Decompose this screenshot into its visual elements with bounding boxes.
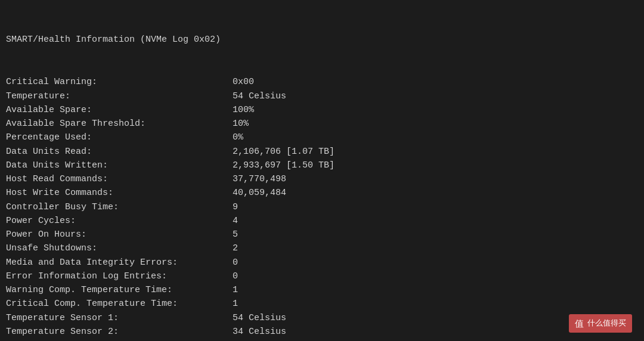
row-value: 2: [233, 241, 238, 255]
row-value: 4: [233, 214, 238, 228]
row-value: 37,770,498: [233, 172, 286, 186]
row-label: Percentage Used:: [6, 131, 233, 144]
section-title: SMART/Health Information (NVMe Log 0x02): [6, 33, 638, 46]
row-label: Critical Comp. Temperature Time:: [6, 297, 233, 311]
row-label: Temperature Sensor 2:: [6, 325, 233, 339]
table-row: Power On Hours:5: [6, 228, 638, 241]
table-row: Temperature Sensor 1:54 Celsius: [6, 311, 638, 325]
row-value: 9: [233, 200, 238, 214]
row-label: Available Spare:: [6, 103, 233, 117]
table-row: Data Units Written:2,933,697 [1.50 TB]: [6, 159, 638, 172]
row-value: 40,059,484: [233, 186, 286, 200]
row-value: 10%: [233, 117, 249, 131]
row-label: Data Units Written:: [6, 159, 233, 172]
row-label: Error Information Log Entries:: [6, 269, 233, 283]
row-label: Host Write Commands:: [6, 186, 233, 200]
table-row: Warning Comp. Temperature Time:1: [6, 283, 638, 297]
row-value: 1: [233, 283, 238, 297]
table-row: Controller Busy Time:9: [6, 200, 638, 214]
row-value: 1: [233, 297, 238, 311]
watermark-text: 什么值得买: [587, 317, 626, 329]
table-row: Power Cycles:4: [6, 214, 638, 228]
row-value: 34 Celsius: [233, 325, 286, 339]
row-label: Temperature Sensor 1:: [6, 311, 233, 325]
row-label: Controller Busy Time:: [6, 200, 233, 214]
row-value: 2,933,697 [1.50 TB]: [233, 159, 335, 172]
table-row: Available Spare:100%: [6, 103, 638, 117]
table-row: Temperature:54 Celsius: [6, 89, 638, 103]
table-row: Critical Comp. Temperature Time:1: [6, 297, 638, 311]
table-row: Critical Warning:0x00: [6, 75, 638, 89]
table-row: Temperature Sensor 2:34 Celsius: [6, 325, 638, 339]
row-label: Media and Data Integrity Errors:: [6, 256, 233, 269]
table-row: Media and Data Integrity Errors:0: [6, 256, 638, 269]
row-value: 0%: [233, 131, 243, 144]
watermark: 值 什么值得买: [569, 314, 632, 333]
row-label: Host Read Commands:: [6, 172, 233, 186]
table-row: Error Information Log Entries:0: [6, 269, 638, 283]
row-value: 5: [233, 228, 238, 241]
table-row: Available Spare Threshold:10%: [6, 117, 638, 131]
row-label: Temperature:: [6, 89, 233, 103]
table-row: Host Write Commands:40,059,484: [6, 186, 638, 200]
row-value: 0: [233, 256, 238, 269]
row-label: Power Cycles:: [6, 214, 233, 228]
row-value: 54 Celsius: [233, 89, 286, 103]
table-row: Unsafe Shutdowns:2: [6, 241, 638, 255]
row-value: 2,106,706 [1.07 TB]: [233, 145, 335, 159]
row-label: Warning Comp. Temperature Time:: [6, 283, 233, 297]
watermark-icon: 值: [575, 317, 584, 330]
row-value: 54 Celsius: [233, 311, 286, 325]
table-row: Percentage Used:0%: [6, 131, 638, 144]
row-value: 100%: [233, 103, 254, 117]
row-label: Unsafe Shutdowns:: [6, 241, 233, 255]
terminal-content: SMART/Health Information (NVMe Log 0x02)…: [6, 5, 638, 341]
row-label: Data Units Read:: [6, 145, 233, 159]
table-row: Data Units Read:2,106,706 [1.07 TB]: [6, 145, 638, 159]
row-label: Available Spare Threshold:: [6, 117, 233, 131]
terminal-window: SMART/Health Information (NVMe Log 0x02)…: [0, 0, 644, 341]
row-value: 0: [233, 269, 238, 283]
row-label: Critical Warning:: [6, 75, 233, 89]
row-label: Power On Hours:: [6, 228, 233, 241]
row-value: 0x00: [233, 75, 254, 89]
table-row: Host Read Commands:37,770,498: [6, 172, 638, 186]
